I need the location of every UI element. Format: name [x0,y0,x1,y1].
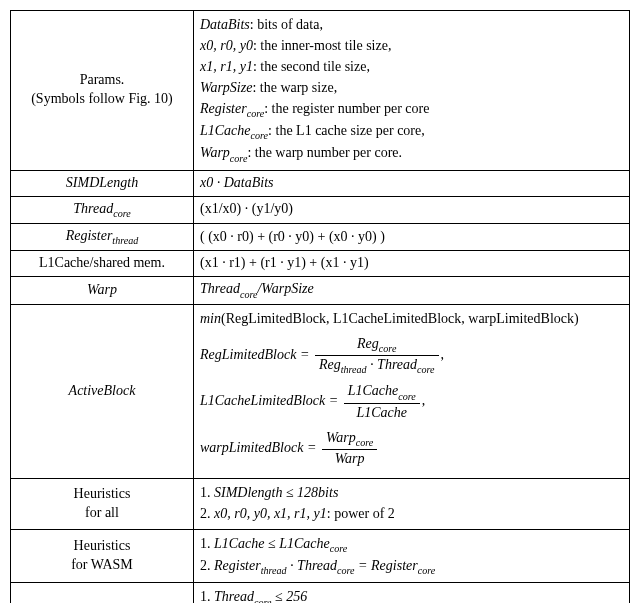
table-row: ActiveBlock min(RegLimitedBlock, L1Cache… [11,304,630,478]
regthread-def: ( (x0 · r0) + (r0 · y0) + (x0 · y0) ) [194,224,630,251]
activeblock-def: min(RegLimitedBlock, L1CacheLimitedBlock… [194,304,630,478]
table-row: Warp Threadcore/WarpSize [11,277,630,304]
warp-def: Threadcore/WarpSize [194,277,630,304]
heur-wasm-label: Heuristics for WASM [11,529,194,583]
activeblock-label: ActiveBlock [11,304,194,478]
l1-fraction: L1Cachecore L1Cache [344,382,420,422]
params-label-cell: Params. (Symbols follow Fig. 10) [11,11,194,171]
table-row: L1Cache/shared mem. (x1 · r1) + (r1 · y1… [11,251,630,277]
heur-all-label: Heuristics for all [11,478,194,529]
heur-wasm-def: 1. L1Cache ≤ L1Cachecore 2. Registerthre… [194,529,630,583]
definitions-table: Params. (Symbols follow Fig. 10) DataBit… [10,10,630,603]
threadcore-label: Threadcore [11,196,194,223]
params-label-1: Params. [80,72,125,87]
params-label-2: (Symbols follow Fig. 10) [31,91,173,106]
table-row: Registerthread ( (x0 · r0) + (r0 · y0) +… [11,224,630,251]
simd-label: SIMDLength [11,170,194,196]
heur-webgpu-label: Heuristics for WebGPU [11,583,194,603]
table-row: Heuristics for all 1. SIMDlength ≤ 128bi… [11,478,630,529]
warp-fraction: Warpcore Warp [322,429,377,469]
simd-def: x0 · DataBits [194,170,630,196]
table-row: SIMDLength x0 · DataBits [11,170,630,196]
table-row: Heuristics for WebGPU 1. Threadcore ≤ 25… [11,583,630,603]
l1shared-def: (x1 · r1) + (r1 · y1) + (x1 · y1) [194,251,630,277]
heur-all-def: 1. SIMDlength ≤ 128bits 2. x0, r0, y0, x… [194,478,630,529]
table-row: Params. (Symbols follow Fig. 10) DataBit… [11,11,630,171]
heur-webgpu-def: 1. Threadcore ≤ 256 2. Registerthread · … [194,583,630,603]
table-row: Heuristics for WASM 1. L1Cache ≤ L1Cache… [11,529,630,583]
warp-label: Warp [11,277,194,304]
l1shared-label: L1Cache/shared mem. [11,251,194,277]
reg-fraction: Regcore Regthread · Threadcore [315,335,439,377]
table-row: Threadcore (x1/x0) · (y1/y0) [11,196,630,223]
regthread-label: Registerthread [11,224,194,251]
params-def-cell: DataBits: bits of data, x0, r0, y0: the … [194,11,630,171]
threadcore-def: (x1/x0) · (y1/y0) [194,196,630,223]
